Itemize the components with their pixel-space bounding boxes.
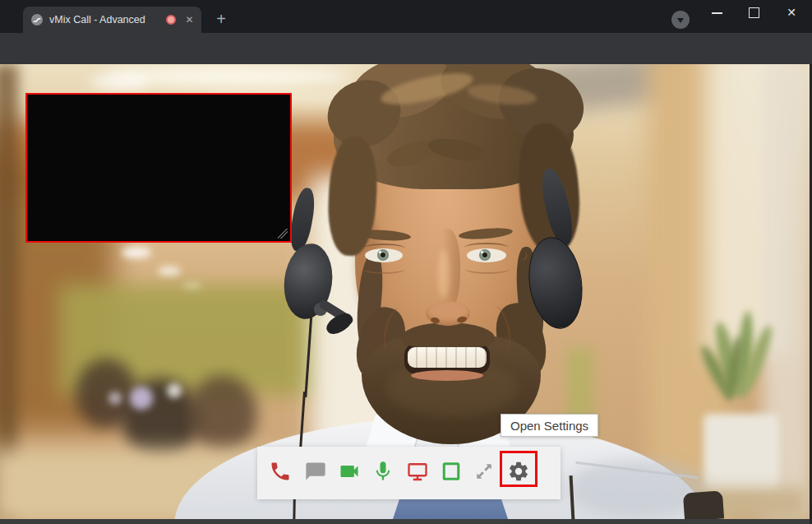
remote-video-feed: Open Settings [0,64,812,519]
hang-up-button[interactable] [269,460,292,483]
browser-tab[interactable]: vMix Call - Advanced ✕ [23,7,201,33]
window-close-button[interactable]: ✕ [784,5,799,20]
recording-indicator-icon [166,15,176,25]
window-minimize-button[interactable] [712,12,722,14]
settings-highlight-box [500,451,537,487]
resize-handle[interactable] [278,229,288,239]
layout-button[interactable] [440,460,463,483]
tab-close-button[interactable]: ✕ [183,14,196,26]
chevron-down-icon [677,18,684,23]
chat-button[interactable] [304,460,327,483]
page-bottom-strip [0,519,812,524]
screen-share-button[interactable] [406,460,429,483]
vmix-favicon-icon [31,14,43,26]
tooltip: Open Settings [501,414,598,437]
local-preview[interactable] [25,93,292,243]
call-control-bar [257,447,561,499]
microphone-button[interactable] [371,460,394,483]
camera-button[interactable] [338,460,361,483]
tab-search-button[interactable] [671,11,690,29]
chair-back [683,490,724,519]
browser-window: vMix Call - Advanced ✕ + ✕ advanced.vmix… [0,0,812,524]
browser-toolbar: advanced.vmixcall.com/call.htm?Key=12345… [0,33,812,64]
window-maximize-button[interactable] [749,7,759,18]
tab-title: vMix Call - Advanced [49,14,145,26]
new-tab-button[interactable]: + [211,10,231,30]
fullscreen-button[interactable] [473,460,496,483]
tab-strip: vMix Call - Advanced ✕ + ✕ [0,0,812,33]
